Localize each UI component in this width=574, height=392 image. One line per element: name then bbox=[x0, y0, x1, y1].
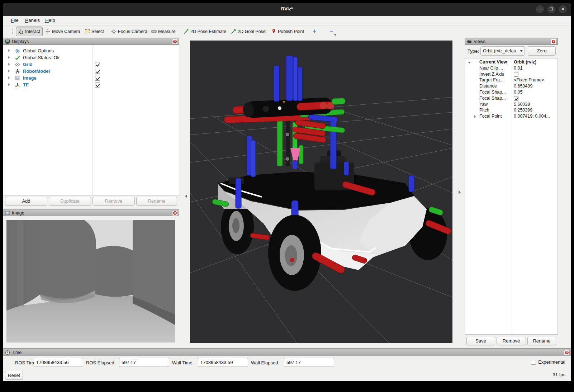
remove-display-button[interactable]: Remove bbox=[92, 197, 135, 206]
expander-icon[interactable] bbox=[8, 83, 10, 86]
experimental-checkbox[interactable] bbox=[531, 360, 536, 365]
expander-icon[interactable] bbox=[8, 56, 10, 59]
display-row-global-options[interactable]: Global Options bbox=[3, 48, 179, 55]
image-close-icon[interactable] bbox=[172, 210, 178, 216]
invert-z-checkbox[interactable] bbox=[514, 72, 518, 77]
view-row-invert-z[interactable]: Invert Z Axis bbox=[465, 72, 558, 78]
view-row-pitch[interactable]: Pitch0.250399 bbox=[465, 108, 558, 114]
minimize-button[interactable] bbox=[536, 5, 544, 13]
robotmodel-checkbox[interactable] bbox=[95, 69, 100, 74]
image-checkbox[interactable] bbox=[95, 76, 100, 81]
duplicate-display-button[interactable]: Duplicate bbox=[49, 197, 91, 206]
view-row-yaw[interactable]: Yaw5.60038 bbox=[465, 102, 558, 108]
reset-button[interactable]: Reset bbox=[5, 371, 23, 380]
view-type-dropdown[interactable]: Orbit (rviz_defau bbox=[480, 46, 525, 56]
time-panel: Time ROS Time: ROS Elapsed: Wall Time: W… bbox=[3, 348, 571, 381]
tool-focus-camera[interactable]: Focus Camera bbox=[109, 27, 150, 36]
tool-2d-pose-estimate[interactable]: 2D Pose Estimate bbox=[181, 27, 228, 36]
views-close-icon[interactable] bbox=[551, 39, 556, 44]
tool-select-label: Select bbox=[91, 29, 104, 34]
hand-icon bbox=[18, 29, 24, 34]
tool-select[interactable]: Select bbox=[82, 27, 106, 36]
robot-model bbox=[212, 56, 452, 291]
rename-display-button[interactable]: Rename bbox=[136, 197, 177, 206]
plus-icon: + bbox=[313, 28, 317, 35]
view-row-distance[interactable]: Distance0.653489 bbox=[465, 84, 558, 90]
display-row-tf[interactable]: TF bbox=[3, 82, 179, 89]
wall-elapsed-label: Wall Elapsed: bbox=[251, 360, 279, 365]
expander-down-icon[interactable] bbox=[468, 62, 471, 63]
save-view-button[interactable]: Save bbox=[466, 337, 495, 345]
menu-panels[interactable]: Panels bbox=[25, 18, 40, 23]
tool-2d-goal-pose-label: 2D Goal Pose bbox=[238, 29, 266, 34]
tool-2d-goal-pose[interactable]: 2D Goal Pose bbox=[229, 27, 268, 36]
add-tool-button[interactable]: + bbox=[310, 27, 319, 36]
move-icon bbox=[45, 29, 51, 34]
ros-elapsed-label: ROS Elapsed: bbox=[86, 360, 115, 365]
close-button[interactable]: ✕ bbox=[559, 5, 567, 13]
tool-focus-camera-label: Focus Camera bbox=[118, 29, 147, 34]
menu-help[interactable]: Help bbox=[45, 18, 55, 23]
view-row-focal-shape-size[interactable]: Focal Shap...0.05 bbox=[465, 90, 558, 96]
display-row-image[interactable]: Image bbox=[3, 75, 179, 82]
tool-2d-pose-estimate-label: 2D Pose Estimate bbox=[190, 29, 226, 34]
expander-icon[interactable] bbox=[8, 49, 10, 52]
ros-time-input[interactable] bbox=[34, 358, 83, 367]
rviz-window: RViz* ✕ File Panels Help Interact Move C… bbox=[3, 3, 571, 381]
displays-panel: Displays Global Options Global Status: O… bbox=[3, 38, 179, 206]
tf-checkbox[interactable] bbox=[95, 82, 100, 88]
tool-publish-point[interactable]: Publish Point bbox=[269, 27, 306, 36]
3d-viewport[interactable] bbox=[190, 41, 452, 343]
camera-view-icon bbox=[467, 39, 472, 44]
add-display-button[interactable]: Add bbox=[5, 197, 47, 206]
maximize-button[interactable] bbox=[547, 5, 555, 13]
tool-move-camera-label: Move Camera bbox=[52, 29, 80, 34]
expander-right-icon[interactable] bbox=[474, 115, 476, 118]
display-row-robotmodel[interactable]: RobotModel bbox=[3, 68, 179, 75]
ros-elapsed-input[interactable] bbox=[119, 358, 169, 367]
view-row-near-clip[interactable]: Near Clip ...0.01 bbox=[465, 66, 558, 72]
wall-time-input[interactable] bbox=[198, 358, 248, 367]
time-close-icon[interactable] bbox=[564, 350, 570, 355]
toolbar-grip[interactable] bbox=[12, 28, 13, 35]
displays-close-icon[interactable] bbox=[172, 39, 178, 44]
zero-button[interactable]: Zero bbox=[528, 46, 556, 56]
view-row-current-view[interactable]: Current ViewOrbit (rviz) bbox=[465, 60, 558, 66]
remove-tool-button[interactable]: − bbox=[327, 27, 336, 36]
minus-icon: − bbox=[329, 28, 333, 35]
time-panel-title: Time bbox=[12, 349, 22, 356]
axes-icon bbox=[15, 82, 20, 88]
wall-time-label: Wall Time: bbox=[172, 360, 194, 365]
menu-file[interactable]: File bbox=[11, 18, 19, 23]
wall-elapsed-input[interactable] bbox=[284, 358, 334, 367]
robot-icon bbox=[15, 69, 20, 74]
right-splitter-handle[interactable] bbox=[459, 190, 461, 194]
display-row-global-status[interactable]: Global Status: Ok bbox=[3, 55, 179, 61]
displays-tree: Global Options Global Status: Ok Grid Ro… bbox=[3, 45, 179, 195]
clock-icon bbox=[5, 350, 10, 355]
focal-shape-checkbox[interactable] bbox=[514, 96, 518, 101]
left-splitter-handle[interactable] bbox=[185, 194, 187, 198]
green-arrow-icon bbox=[231, 29, 236, 34]
image-icon bbox=[5, 211, 10, 216]
views-tree: Current ViewOrbit (rviz) Near Clip ...0.… bbox=[465, 58, 558, 335]
display-row-grid[interactable]: Grid bbox=[3, 61, 179, 68]
expander-icon[interactable] bbox=[8, 63, 10, 66]
view-row-focal-shape-fixed[interactable]: Focal Shap... bbox=[465, 96, 558, 102]
view-row-target-frame[interactable]: Target Fra...<Fixed Frame> bbox=[465, 77, 558, 84]
monitor-icon bbox=[5, 39, 10, 44]
rename-view-button[interactable]: Rename bbox=[527, 337, 556, 345]
select-box-icon bbox=[85, 29, 90, 34]
view-row-focal-point[interactable]: Focal Point0.007419; 0.004... bbox=[465, 114, 558, 120]
remove-view-button[interactable]: Remove bbox=[497, 337, 526, 345]
grid-checkbox[interactable] bbox=[95, 62, 100, 67]
tool-move-camera[interactable]: Move Camera bbox=[43, 27, 82, 36]
chevron-down-icon bbox=[520, 50, 523, 52]
tool-interact[interactable]: Interact bbox=[16, 27, 43, 36]
expander-icon[interactable] bbox=[8, 76, 10, 79]
expander-icon[interactable] bbox=[8, 70, 10, 72]
dropdown-caret-icon bbox=[334, 34, 336, 36]
tool-interact-label: Interact bbox=[25, 29, 40, 34]
image-panel: Image bbox=[3, 209, 179, 346]
tool-measure[interactable]: Measure bbox=[149, 27, 178, 36]
